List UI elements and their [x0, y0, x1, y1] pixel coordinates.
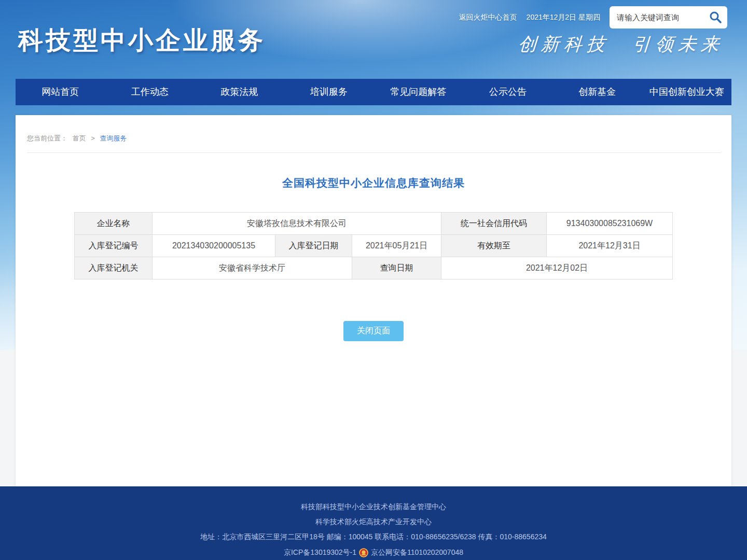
current-date: 2021年12月2日 星期四: [527, 13, 600, 22]
company-name-label: 企业名称: [74, 213, 152, 235]
reg-authority-value: 安徽省科学技术厅: [152, 257, 352, 279]
nav-item-competition[interactable]: 中国创新创业大赛: [642, 79, 732, 105]
reg-number-label: 入库登记编号: [74, 235, 152, 257]
nav-item-announcements[interactable]: 公示公告: [463, 79, 553, 105]
valid-until-value: 2021年12月31日: [547, 235, 673, 257]
search-icon[interactable]: [708, 10, 723, 25]
nav-item-home[interactable]: 网站首页: [16, 79, 105, 105]
breadcrumb-separator: >: [91, 134, 95, 142]
reg-date-value: 2021年05月21日: [352, 235, 441, 257]
breadcrumb-home-link[interactable]: 首页: [73, 134, 86, 142]
nav-item-training[interactable]: 培训服务: [284, 79, 374, 105]
nav-item-policies[interactable]: 政策法规: [195, 79, 284, 105]
footer-contact-line: 地址：北京市西城区三里河二区甲18号 邮编：100045 联系电话：010-88…: [0, 533, 747, 540]
torch-center-home-link[interactable]: 返回火炬中心首页: [459, 13, 517, 22]
table-row: 入库登记编号 202134030200005135 入库登记日期 2021年05…: [74, 235, 672, 257]
query-date-label: 查询日期: [352, 257, 441, 279]
slogan-calligraphy: 创新科技 引领未来: [517, 32, 724, 57]
main-navigation: 网站首页 工作动态 政策法规 培训服务 常见问题解答 公示公告 创新基金 中国创…: [16, 79, 731, 105]
reg-number-value: 202134030200005135: [152, 235, 275, 257]
footer-org-line2: 科学技术部火炬高技术产业开发中心: [0, 518, 747, 525]
breadcrumb: 您当前位置： 首页 > 查询服务: [27, 115, 721, 153]
table-row: 企业名称 安徽塔孜信息技术有限公司 统一社会信用代码 9134030008523…: [74, 213, 672, 235]
police-badge-icon: [359, 548, 368, 557]
search-box: [610, 6, 727, 29]
footer-beian-row: 京ICP备13019302号-1 京公网安备11010202007048: [0, 548, 747, 557]
nav-item-work-updates[interactable]: 工作动态: [105, 79, 195, 105]
footer-org-line1: 科技部科技型中小企业技术创新基金管理中心: [0, 503, 747, 510]
query-result-table: 企业名称 安徽塔孜信息技术有限公司 统一社会信用代码 9134030008523…: [74, 212, 673, 279]
site-header: 科技型中小企业服务 返回火炬中心首页 2021年12月2日 星期四 创新科技 引…: [0, 0, 747, 79]
close-page-button[interactable]: 关闭页面: [343, 321, 404, 341]
breadcrumb-prefix: 您当前位置：: [27, 134, 67, 142]
table-row: 入库登记机关 安徽省科学技术厅 查询日期 2021年12月02日: [74, 257, 672, 279]
icp-record-link[interactable]: 京ICP备13019302号-1: [284, 548, 356, 557]
page-footer: 科技部科技型中小企业技术创新基金管理中心 科学技术部火炬高技术产业开发中心 地址…: [0, 486, 747, 560]
police-record-link[interactable]: 京公网安备11010202007048: [371, 548, 463, 557]
site-logo: 科技型中小企业服务: [18, 24, 266, 57]
valid-until-label: 有效期至: [441, 235, 547, 257]
credit-code-value: 91340300085231069W: [547, 213, 673, 235]
content-card: 您当前位置： 首页 > 查询服务 全国科技型中小企业信息库查询结果 企业名称 安…: [16, 115, 731, 486]
reg-authority-label: 入库登记机关: [74, 257, 152, 279]
nav-item-faq[interactable]: 常见问题解答: [374, 79, 463, 105]
reg-date-label: 入库登记日期: [275, 235, 352, 257]
company-name-value: 安徽塔孜信息技术有限公司: [152, 213, 441, 235]
page-title: 全国科技型中小企业信息库查询结果: [16, 176, 731, 190]
nav-item-innovation-fund[interactable]: 创新基金: [552, 79, 642, 105]
breadcrumb-current-link[interactable]: 查询服务: [100, 134, 127, 142]
credit-code-label: 统一社会信用代码: [441, 213, 547, 235]
header-toolbar: 返回火炬中心首页 2021年12月2日 星期四: [459, 6, 727, 29]
query-date-value: 2021年12月02日: [441, 257, 673, 279]
